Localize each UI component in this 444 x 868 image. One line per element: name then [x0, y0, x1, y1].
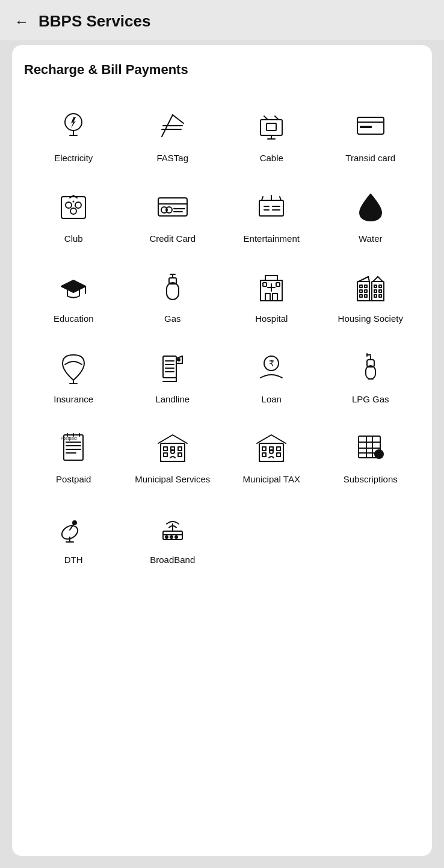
service-item-insurance[interactable]: Insurance	[24, 336, 123, 416]
svg-rect-58	[365, 295, 367, 297]
service-item-municipal-tax[interactable]: Municipal TAX	[222, 416, 321, 496]
entertainment-label: Entertain­ment	[244, 233, 300, 245]
water-label: Water	[359, 233, 382, 245]
service-item-fastag[interactable]: FASTag	[123, 94, 223, 175]
lpg-icon	[350, 346, 391, 387]
svg-rect-84	[366, 366, 375, 379]
broadband-label: BroadBand	[150, 554, 195, 566]
service-item-broadband[interactable]: BroadBand	[123, 496, 223, 577]
credit-card-label: Credit Card	[149, 233, 196, 245]
hospital-label: Hospital	[255, 313, 288, 325]
services-grid: Electricity FASTag	[24, 94, 420, 576]
svg-rect-105	[178, 453, 182, 457]
app-header: ← BBPS Services	[0, 0, 444, 40]
service-item-entertainment[interactable]: Entertain­ment	[222, 175, 321, 256]
svg-point-124	[73, 521, 76, 525]
service-item-water[interactable]: Water	[321, 175, 421, 256]
landline-label: Landline	[155, 393, 190, 405]
municipal-services-icon	[152, 426, 193, 467]
section-title: Recharge & Bill Payments	[24, 62, 420, 78]
svg-rect-46	[273, 294, 277, 301]
svg-rect-49	[276, 283, 280, 286]
svg-point-19	[75, 202, 81, 208]
service-item-electricity[interactable]: Electricity	[24, 94, 123, 175]
svg-line-66	[368, 277, 369, 282]
svg-line-67	[373, 277, 378, 282]
insurance-label: Insurance	[54, 393, 93, 405]
service-item-loan[interactable]: ₹ Loan	[222, 336, 321, 416]
postpaid-icon: Postpaid	[53, 426, 94, 467]
broadband-icon	[152, 507, 193, 548]
svg-rect-60	[379, 285, 381, 288]
education-icon	[53, 266, 94, 307]
service-item-education[interactable]: Education	[24, 255, 123, 336]
svg-rect-8	[261, 120, 282, 135]
svg-rect-112	[262, 453, 266, 457]
housing-label: Housing Society	[338, 313, 403, 325]
service-item-landline[interactable]: Landline	[123, 336, 223, 416]
club-label: Club	[64, 233, 83, 245]
svg-point-20	[70, 208, 76, 214]
transid-label: Transid card	[345, 152, 395, 164]
postpaid-label: Postpaid	[56, 473, 91, 485]
subscriptions-icon	[350, 426, 391, 467]
service-item-municipal-services[interactable]: Municipal Services	[123, 416, 223, 496]
svg-rect-111	[277, 447, 280, 451]
svg-rect-36	[167, 283, 179, 300]
service-item-cable[interactable]: Cable	[222, 94, 321, 175]
svg-point-130	[170, 536, 173, 538]
svg-point-121	[374, 449, 384, 459]
svg-rect-101	[164, 447, 167, 451]
hospital-icon	[251, 266, 292, 307]
loan-icon: ₹	[251, 346, 292, 387]
service-item-housing[interactable]: Housing Society	[321, 255, 421, 336]
service-item-subscriptions[interactable]: Subscrip­tions	[321, 416, 421, 496]
service-item-gas[interactable]: Gas	[123, 255, 223, 336]
municipal-tax-label: Municipal TAX	[243, 473, 300, 485]
svg-rect-62	[379, 290, 381, 292]
svg-point-131	[175, 536, 177, 538]
svg-point-106	[171, 450, 174, 454]
svg-point-114	[270, 450, 273, 454]
svg-rect-53	[360, 285, 362, 288]
service-item-credit-card[interactable]: Credit Card	[123, 175, 223, 256]
svg-rect-27	[259, 200, 283, 216]
fastag-label: FASTag	[156, 152, 188, 164]
municipal-services-label: Municipal Services	[135, 473, 210, 485]
svg-line-5	[173, 115, 183, 123]
subscriptions-label: Subscrip­tions	[344, 473, 398, 485]
education-label: Education	[54, 313, 94, 325]
svg-rect-61	[374, 290, 377, 292]
service-item-postpaid[interactable]: Postpaid Postpaid	[24, 416, 123, 496]
svg-rect-103	[178, 447, 182, 451]
service-item-lpg[interactable]: LPG Gas	[321, 336, 421, 416]
svg-rect-45	[265, 294, 270, 301]
back-button[interactable]: ←	[14, 13, 29, 30]
water-icon	[350, 186, 391, 227]
lpg-label: LPG Gas	[352, 393, 389, 405]
gas-label: Gas	[164, 313, 181, 325]
fastag-icon	[152, 105, 193, 146]
svg-rect-71	[163, 356, 176, 378]
svg-point-18	[66, 202, 72, 208]
service-item-club[interactable]: Club	[24, 175, 123, 256]
service-item-transid[interactable]: Transid card	[321, 94, 421, 175]
cable-label: Cable	[260, 152, 283, 164]
page-title: BBPS Services	[39, 12, 150, 31]
cable-icon	[251, 105, 292, 146]
svg-line-68	[378, 277, 383, 282]
landline-icon	[152, 346, 193, 387]
service-item-dth[interactable]: DTH	[24, 496, 123, 577]
housing-icon	[350, 266, 391, 307]
svg-rect-54	[365, 285, 367, 288]
svg-rect-48	[263, 283, 267, 286]
svg-rect-57	[360, 295, 362, 297]
dth-icon	[53, 507, 94, 548]
svg-point-79	[177, 359, 180, 361]
svg-point-129	[165, 536, 168, 538]
svg-rect-63	[374, 295, 377, 297]
service-item-hospital[interactable]: Hospital	[222, 255, 321, 336]
svg-text:₹: ₹	[269, 359, 274, 368]
municipal-tax-icon	[251, 426, 292, 467]
entertainment-icon	[251, 186, 292, 227]
